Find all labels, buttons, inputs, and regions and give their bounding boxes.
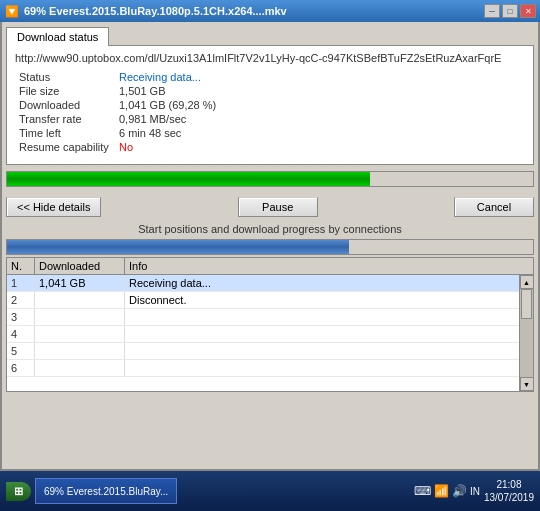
filesize-label: File size <box>15 84 115 98</box>
row-info: Disconnect. <box>125 292 519 308</box>
keyboard-icon: ⌨ <box>414 484 431 498</box>
clock-time: 21:08 <box>484 478 534 491</box>
scroll-thumb[interactable] <box>521 289 532 319</box>
header-info: Info <box>125 258 533 274</box>
row-downloaded <box>35 292 125 308</box>
cancel-button[interactable]: Cancel <box>454 197 534 217</box>
network-icon: 📶 <box>434 484 449 498</box>
header-downloaded: Downloaded <box>35 258 125 274</box>
connections-progress-fill <box>7 240 349 254</box>
pause-button[interactable]: Pause <box>238 197 318 217</box>
connections-label: Start positions and download progress by… <box>2 221 538 237</box>
tab-download-status[interactable]: Download status <box>6 27 109 46</box>
taskbar: ⊞ 69% Everest.2015.BluRay... ⌨ 📶 🔊 IN 21… <box>0 471 540 511</box>
table-row[interactable]: 4 <box>7 326 519 343</box>
close-button[interactable]: ✕ <box>520 4 536 18</box>
main-progress-fill <box>7 172 370 186</box>
window-controls: ─ □ ✕ <box>484 4 536 18</box>
transfer-row: Transfer rate 0,981 MB/sec <box>15 112 525 126</box>
taskbar-active-app[interactable]: 69% Everest.2015.BluRay... <box>35 478 177 504</box>
table-row[interactable]: 3 <box>7 309 519 326</box>
resume-label: Resume capability <box>15 140 115 154</box>
main-window: Download status http://www90.uptobox.com… <box>0 22 540 471</box>
downloads-table: N. Downloaded Info 1 1,041 GB Receiving … <box>6 257 534 392</box>
status-label: Status <box>15 70 115 84</box>
filesize-value: 1,501 GB <box>115 84 525 98</box>
resume-row: Resume capability No <box>15 140 525 154</box>
row-info <box>125 360 519 376</box>
maximize-button[interactable]: □ <box>502 4 518 18</box>
row-info <box>125 343 519 359</box>
timeleft-row: Time left 6 min 48 sec <box>15 126 525 140</box>
row-n: 1 <box>7 275 35 291</box>
row-info: Receiving data... <box>125 275 519 291</box>
row-info <box>125 309 519 325</box>
table-row[interactable]: 1 1,041 GB Receiving data... <box>7 275 519 292</box>
tab-bar: Download status <box>2 22 538 45</box>
tray-icons: ⌨ 📶 🔊 IN <box>414 484 480 498</box>
lang-indicator: IN <box>470 486 480 497</box>
main-progress-bar <box>6 171 534 187</box>
downloaded-label: Downloaded <box>15 98 115 112</box>
status-value: Receiving data... <box>115 70 525 84</box>
app-icon: 🔽 <box>4 3 20 19</box>
table-body: 1 1,041 GB Receiving data... 2 Disconnec… <box>7 275 533 391</box>
resume-value: No <box>115 140 525 154</box>
table-row[interactable]: 2 Disconnect. <box>7 292 519 309</box>
row-downloaded <box>35 326 125 342</box>
row-downloaded: 1,041 GB <box>35 275 125 291</box>
row-downloaded <box>35 309 125 325</box>
info-table: Status Receiving data... File size 1,501… <box>15 70 525 154</box>
timeleft-label: Time left <box>15 126 115 140</box>
downloaded-row: Downloaded 1,041 GB (69,28 %) <box>15 98 525 112</box>
header-n: N. <box>7 258 35 274</box>
table-row[interactable]: 6 <box>7 360 519 377</box>
window-title: 69% Everest.2015.BluRay.1080p.5.1CH.x264… <box>24 5 484 17</box>
clock-date: 13/07/2019 <box>484 491 534 504</box>
table-row[interactable]: 5 <box>7 343 519 360</box>
transfer-value: 0,981 MB/sec <box>115 112 525 126</box>
scroll-up-button[interactable]: ▲ <box>520 275 534 289</box>
row-n: 5 <box>7 343 35 359</box>
transfer-label: Transfer rate <box>15 112 115 126</box>
filesize-row: File size 1,501 GB <box>15 84 525 98</box>
downloaded-value: 1,041 GB (69,28 %) <box>115 98 525 112</box>
scroll-track <box>520 289 533 377</box>
row-n: 4 <box>7 326 35 342</box>
row-info <box>125 326 519 342</box>
hide-details-button[interactable]: << Hide details <box>6 197 101 217</box>
title-bar: 🔽 69% Everest.2015.BluRay.1080p.5.1CH.x2… <box>0 0 540 22</box>
row-n: 6 <box>7 360 35 376</box>
row-n: 2 <box>7 292 35 308</box>
minimize-button[interactable]: ─ <box>484 4 500 18</box>
url-text: http://www90.uptobox.com/dl/Uzuxi13A1lmI… <box>15 52 525 64</box>
status-row: Status Receiving data... <box>15 70 525 84</box>
connections-progress-bar <box>6 239 534 255</box>
buttons-row: << Hide details Pause Cancel <box>2 193 538 221</box>
table-header: N. Downloaded Info <box>7 258 533 275</box>
content-area: http://www90.uptobox.com/dl/Uzuxi13A1lmI… <box>6 45 534 165</box>
volume-icon: 🔊 <box>452 484 467 498</box>
start-button[interactable]: ⊞ <box>6 482 31 501</box>
system-clock: 21:08 13/07/2019 <box>484 478 534 504</box>
scroll-down-button[interactable]: ▼ <box>520 377 534 391</box>
row-n: 3 <box>7 309 35 325</box>
timeleft-value: 6 min 48 sec <box>115 126 525 140</box>
scrollbar-vertical[interactable]: ▲ ▼ <box>519 275 533 391</box>
row-downloaded <box>35 360 125 376</box>
row-downloaded <box>35 343 125 359</box>
